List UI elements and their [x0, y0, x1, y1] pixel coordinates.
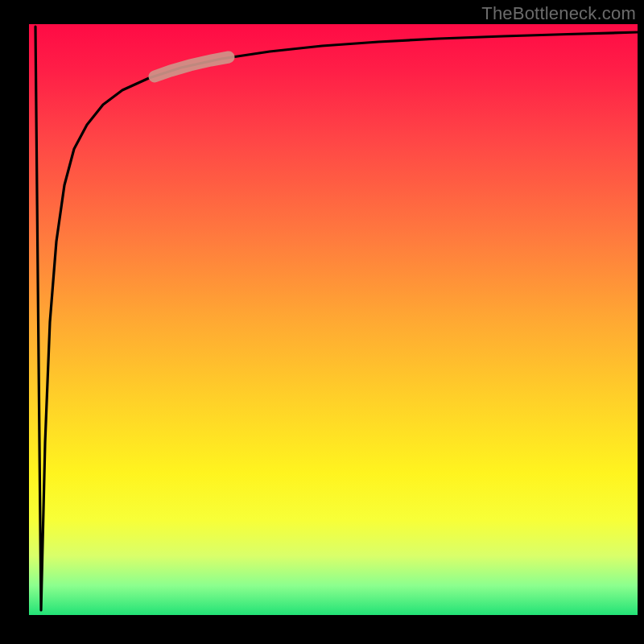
- plot-area: [29, 24, 638, 615]
- chart-frame: TheBottleneck.com: [0, 0, 644, 644]
- watermark-text: TheBottleneck.com: [481, 3, 636, 24]
